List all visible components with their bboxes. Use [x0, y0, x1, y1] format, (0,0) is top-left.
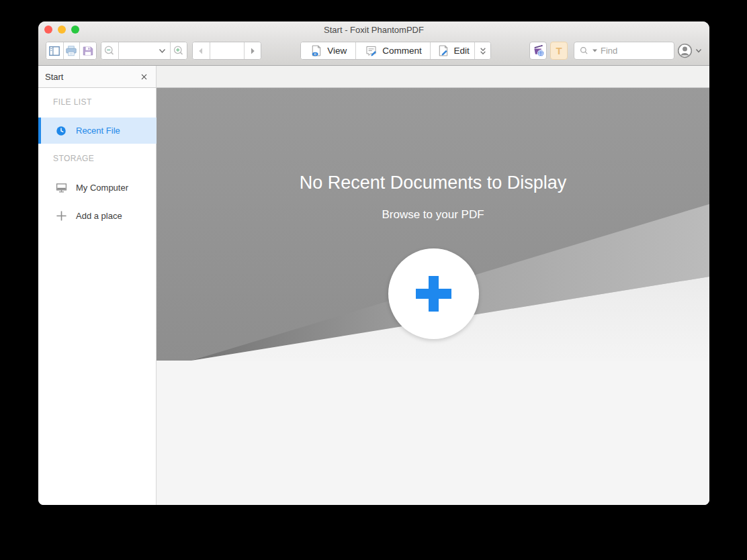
sidebar-item-label: Add a place: [76, 211, 122, 221]
zoom-in-button[interactable]: [170, 42, 187, 59]
next-page-button[interactable]: [244, 42, 261, 59]
comment-pencil-icon: [364, 44, 378, 58]
tab-close-button[interactable]: [138, 71, 149, 82]
start-sidebar: FILE LIST Recent File STORAGE My Compute…: [38, 88, 157, 505]
find-input[interactable]: [601, 46, 669, 56]
mode-switcher-group: View Comment Edit: [300, 42, 491, 60]
zoom-level-select[interactable]: [118, 42, 170, 59]
forward-arrow-icon: [247, 45, 259, 57]
mode-button-comment[interactable]: Comment: [355, 42, 431, 59]
share-globe-icon: [531, 43, 546, 58]
sidebar-item-recent-file[interactable]: Recent File: [38, 118, 157, 144]
account-chevron-icon: [695, 48, 702, 54]
window-title: Start - Foxit PhantomPDF: [38, 25, 709, 35]
edit-pencil-icon: [436, 44, 450, 58]
sidebar-item-my-computer[interactable]: My Computer: [38, 176, 157, 199]
previous-page-button[interactable]: [193, 42, 210, 59]
close-icon: [140, 73, 148, 81]
save-icon: [81, 44, 95, 58]
mode-expand-button[interactable]: [474, 42, 490, 59]
page-nav-group: [192, 42, 261, 60]
zoom-tools-group: [101, 42, 187, 60]
account-button[interactable]: [676, 42, 707, 60]
selection-accent-bar: [38, 118, 41, 144]
tab-strip: [157, 66, 709, 88]
chevron-down-icon: [159, 48, 166, 54]
zoom-out-icon: [102, 44, 117, 58]
app-window: Start - Foxit PhantomPDF: [38, 21, 709, 505]
share-button[interactable]: [529, 42, 547, 60]
start-page-content: No Recent Documents to Display Browse to…: [157, 88, 709, 505]
plus-icon: [54, 210, 68, 222]
mode-label-view: View: [327, 46, 347, 56]
back-arrow-icon: [195, 45, 207, 57]
mode-button-edit[interactable]: Edit: [430, 42, 474, 59]
sidebar-item-label: My Computer: [76, 183, 128, 193]
print-icon: [64, 44, 79, 58]
window-chrome: Start - Foxit PhantomPDF: [38, 21, 709, 66]
mode-label-comment: Comment: [382, 46, 422, 56]
empty-state-subtitle: Browse to your PDF: [157, 208, 709, 222]
save-button[interactable]: [79, 42, 96, 59]
clock-icon: [54, 126, 68, 136]
start-tab[interactable]: Start: [38, 66, 157, 88]
typewriter-button[interactable]: T: [550, 42, 568, 60]
find-options-chevron-icon[interactable]: [592, 48, 598, 53]
page-number-field[interactable]: [210, 42, 244, 59]
mode-label-edit: Edit: [454, 46, 470, 56]
search-icon: [579, 46, 589, 56]
panels-icon: [47, 44, 62, 58]
start-banner: No Recent Documents to Display Browse to…: [157, 88, 709, 361]
find-box: [574, 42, 674, 60]
sidebar-item-add-a-place[interactable]: Add a place: [38, 204, 157, 227]
zoom-out-button[interactable]: [101, 42, 118, 59]
section-header-storage: STORAGE: [53, 154, 94, 163]
panels-button[interactable]: [46, 42, 63, 59]
sidebar-item-label: Recent File: [76, 126, 120, 136]
print-button[interactable]: [63, 42, 80, 59]
computer-icon: [54, 181, 68, 194]
chevron-expand-icon: [478, 44, 488, 58]
zoom-in-icon: [171, 44, 186, 58]
start-tab-title: Start: [45, 72, 138, 82]
browse-pdf-button[interactable]: [388, 248, 479, 339]
mode-button-view[interactable]: View: [301, 42, 355, 59]
view-page-eye-icon: [309, 44, 323, 58]
typewriter-icon: T: [556, 45, 562, 56]
account-icon: [676, 42, 693, 59]
section-header-file-list: FILE LIST: [53, 97, 92, 107]
empty-state-title: No Recent Documents to Display: [157, 173, 709, 193]
file-tools-group: [46, 42, 97, 60]
